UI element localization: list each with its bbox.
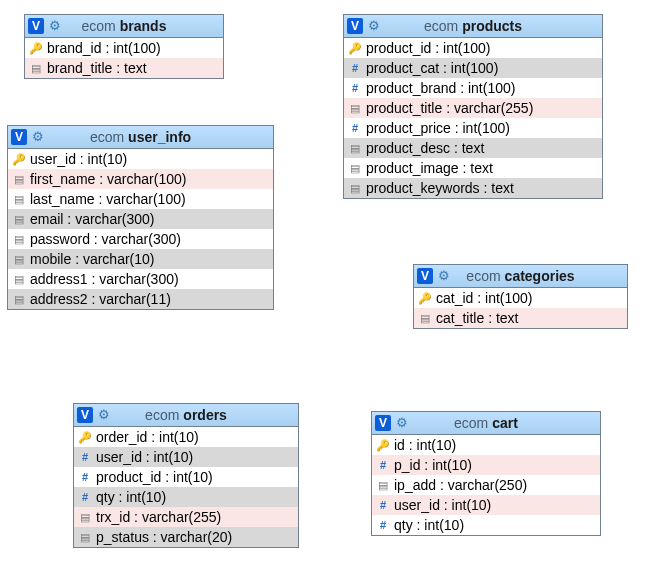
- hash-icon: #: [376, 458, 390, 472]
- column-row[interactable]: 🔑user_id : int(10): [8, 149, 273, 169]
- column-row[interactable]: 🔑id : int(10): [372, 435, 600, 455]
- text-icon: ▤: [12, 172, 26, 186]
- text-icon: ▤: [418, 311, 432, 325]
- column-def: product_desc : text: [366, 140, 484, 156]
- table-brands[interactable]: V⚙ecombrands🔑brand_id : int(100)▤brand_t…: [24, 14, 224, 79]
- hash-icon: #: [78, 490, 92, 504]
- table-header[interactable]: V⚙ecombrands: [25, 15, 223, 38]
- column-row[interactable]: ▤password : varchar(300): [8, 229, 273, 249]
- column-def: first_name : varchar(100): [30, 171, 186, 187]
- column-row[interactable]: ▤last_name : varchar(100): [8, 189, 273, 209]
- schema-label: ecom: [424, 18, 458, 34]
- column-name: product_desc: [366, 140, 450, 156]
- text-icon: ▤: [348, 161, 362, 175]
- column-row[interactable]: ▤mobile : varchar(10): [8, 249, 273, 269]
- column-row[interactable]: 🔑brand_id : int(100): [25, 38, 223, 58]
- table-categories[interactable]: V⚙ecomcategories🔑cat_id : int(100)▤cat_t…: [413, 264, 628, 329]
- column-row[interactable]: ▤first_name : varchar(100): [8, 169, 273, 189]
- schema-label: ecom: [145, 407, 179, 423]
- table-header[interactable]: V⚙ecomuser_info: [8, 126, 273, 149]
- table-orders[interactable]: V⚙ecomorders🔑order_id : int(10)#user_id …: [73, 403, 299, 548]
- column-row[interactable]: 🔑order_id : int(10): [74, 427, 298, 447]
- column-row[interactable]: #user_id : int(10): [74, 447, 298, 467]
- column-row[interactable]: #user_id : int(10): [372, 495, 600, 515]
- view-badge-icon[interactable]: V: [28, 18, 44, 34]
- column-row[interactable]: #qty : int(10): [74, 487, 298, 507]
- column-name: id: [394, 437, 405, 453]
- column-row[interactable]: #qty : int(10): [372, 515, 600, 535]
- text-icon: ▤: [348, 101, 362, 115]
- table-header[interactable]: V⚙ecomorders: [74, 404, 298, 427]
- column-def: user_id : int(10): [394, 497, 491, 513]
- column-row[interactable]: ▤ip_add : varchar(250): [372, 475, 600, 495]
- column-type: varchar(20): [161, 529, 233, 545]
- table-header[interactable]: V⚙ecomcategories: [414, 265, 627, 288]
- column-name: email: [30, 211, 63, 227]
- column-row[interactable]: #product_price : int(100): [344, 118, 602, 138]
- column-def: ip_add : varchar(250): [394, 477, 527, 493]
- gear-icon[interactable]: ⚙: [366, 18, 382, 34]
- column-name: p_status: [96, 529, 149, 545]
- column-name: p_id: [394, 457, 420, 473]
- separator: :: [436, 477, 448, 493]
- separator: :: [95, 171, 107, 187]
- column-row[interactable]: #p_id : int(10): [372, 455, 600, 475]
- column-row[interactable]: ▤product_desc : text: [344, 138, 602, 158]
- column-type: varchar(100): [106, 191, 185, 207]
- column-name: brand_id: [47, 40, 102, 56]
- column-row[interactable]: ▤brand_title : text: [25, 58, 223, 78]
- column-name: ip_add: [394, 477, 436, 493]
- view-badge-icon[interactable]: V: [417, 268, 433, 284]
- column-row[interactable]: ▤cat_title : text: [414, 308, 627, 328]
- column-name: product_image: [366, 160, 459, 176]
- column-type: varchar(300): [99, 271, 178, 287]
- text-icon: ▤: [12, 212, 26, 226]
- separator: :: [88, 291, 100, 307]
- table-name: cart: [492, 415, 518, 431]
- column-name: cat_id: [436, 290, 473, 306]
- column-row[interactable]: ▤trx_id : varchar(255): [74, 507, 298, 527]
- column-def: user_id : int(10): [96, 449, 193, 465]
- column-row[interactable]: ▤product_keywords : text: [344, 178, 602, 198]
- column-row[interactable]: #product_brand : int(100): [344, 78, 602, 98]
- hash-icon: #: [376, 518, 390, 532]
- column-def: last_name : varchar(100): [30, 191, 186, 207]
- column-row[interactable]: ▤p_status : varchar(20): [74, 527, 298, 547]
- table-header[interactable]: V⚙ecomproducts: [344, 15, 602, 38]
- column-row[interactable]: ▤product_title : varchar(255): [344, 98, 602, 118]
- column-row[interactable]: 🔑cat_id : int(100): [414, 288, 627, 308]
- view-badge-icon[interactable]: V: [77, 407, 93, 423]
- column-def: brand_id : int(100): [47, 40, 161, 56]
- column-row[interactable]: ▤product_image : text: [344, 158, 602, 178]
- table-products[interactable]: V⚙ecomproducts🔑product_id : int(100)#pro…: [343, 14, 603, 199]
- view-badge-icon[interactable]: V: [375, 415, 391, 431]
- gear-icon[interactable]: ⚙: [436, 268, 452, 284]
- gear-icon[interactable]: ⚙: [96, 407, 112, 423]
- gear-icon[interactable]: ⚙: [394, 415, 410, 431]
- column-row[interactable]: 🔑product_id : int(100): [344, 38, 602, 58]
- column-type: int(10): [154, 449, 194, 465]
- gear-icon[interactable]: ⚙: [47, 18, 63, 34]
- column-type: text: [496, 310, 519, 326]
- separator: :: [88, 271, 100, 287]
- column-row[interactable]: ▤email : varchar(300): [8, 209, 273, 229]
- table-cart[interactable]: V⚙ecomcart🔑id : int(10)#p_id : int(10)▤i…: [371, 411, 601, 536]
- column-row[interactable]: #product_id : int(10): [74, 467, 298, 487]
- column-type: text: [470, 160, 493, 176]
- column-name: user_id: [30, 151, 76, 167]
- separator: :: [439, 60, 451, 76]
- column-row[interactable]: ▤address2 : varchar(11): [8, 289, 273, 309]
- column-name: product_id: [96, 469, 161, 485]
- table-name: orders: [183, 407, 227, 423]
- gear-icon[interactable]: ⚙: [30, 129, 46, 145]
- column-row[interactable]: #product_cat : int(100): [344, 58, 602, 78]
- separator: :: [473, 290, 485, 306]
- column-name: mobile: [30, 251, 71, 267]
- view-badge-icon[interactable]: V: [347, 18, 363, 34]
- column-row[interactable]: ▤address1 : varchar(300): [8, 269, 273, 289]
- hash-icon: #: [78, 470, 92, 484]
- separator: :: [459, 160, 471, 176]
- table-header[interactable]: V⚙ecomcart: [372, 412, 600, 435]
- view-badge-icon[interactable]: V: [11, 129, 27, 145]
- table-user_info[interactable]: V⚙ecomuser_info🔑user_id : int(10)▤first_…: [7, 125, 274, 310]
